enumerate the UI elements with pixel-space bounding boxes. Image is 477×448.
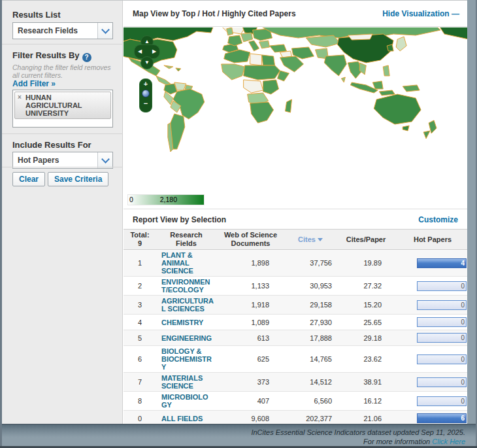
add-filter-link[interactable]: Add Filter » bbox=[12, 79, 56, 88]
map-header: Map View by Top / Hot / Highly Cited Pap… bbox=[123, 1, 467, 27]
include-results-label: Include Results For bbox=[12, 140, 91, 150]
pan-right-icon[interactable]: ▶ bbox=[150, 45, 158, 58]
choropleth-map-svg bbox=[123, 27, 467, 191]
content-panel: Results List Research Fields Filter Resu… bbox=[2, 0, 467, 424]
docs-value: 1,089 bbox=[216, 317, 285, 328]
field-link[interactable]: ENVIRONMENT/ECOLOGY bbox=[161, 278, 214, 294]
cites-value: 14,765 bbox=[285, 354, 336, 364]
legend-max-label: 2,180 bbox=[160, 196, 177, 203]
cites-per-paper-value: 21.06 bbox=[336, 413, 396, 424]
column-header-cites-per-paper[interactable]: Cites/Paper bbox=[336, 234, 396, 245]
sidebar-divider bbox=[2, 133, 123, 134]
map-legend: 0 2,180 bbox=[127, 194, 205, 205]
cites-per-paper-value: 15.20 bbox=[336, 300, 396, 310]
filter-sidebar: Results List Research Fields Filter Resu… bbox=[2, 1, 123, 424]
chevron-down-icon[interactable] bbox=[97, 23, 112, 39]
field-link[interactable]: CHEMISTRY bbox=[161, 319, 214, 326]
hot-papers-bar: 0 bbox=[417, 300, 467, 310]
column-header-cites[interactable]: Cites bbox=[285, 234, 336, 245]
field-link[interactable]: AGRICULTURAL SCIENCES bbox=[161, 297, 214, 313]
pan-down-icon[interactable]: ▼ bbox=[140, 56, 154, 69]
field-link[interactable]: BIOLOGY & BIOCHEMISTRY bbox=[161, 347, 214, 371]
results-list-value: Research Fields bbox=[13, 26, 97, 35]
zoom-out-icon[interactable]: − bbox=[140, 99, 152, 108]
hot-papers-bar: 0 bbox=[417, 396, 467, 406]
more-info-line: For more information Click Here bbox=[2, 437, 465, 446]
table-row: 3 AGRICULTURAL SCIENCES 1,918 29,158 15.… bbox=[123, 296, 467, 315]
table-row: 2 ENVIRONMENT/ECOLOGY 1,133 30,953 27.32… bbox=[123, 277, 467, 296]
world-map[interactable]: ▲ ◀ ▶ ▼ + − bbox=[123, 27, 467, 191]
field-link[interactable]: ENGINEERING bbox=[161, 334, 214, 342]
active-filters-box: × HUNAN AGRICULTURAL UNIVERSITY bbox=[12, 90, 113, 128]
total-header: Total:9 bbox=[123, 230, 156, 249]
zoom-in-icon[interactable]: + bbox=[140, 79, 152, 88]
save-criteria-button[interactable]: Save Criteria bbox=[48, 172, 108, 186]
customize-link[interactable]: Customize bbox=[418, 215, 458, 224]
hide-visualization-link[interactable]: Hide Visualization — bbox=[382, 9, 459, 18]
table-row: 5 ENGINEERING 613 17,888 29.18 0 bbox=[123, 330, 467, 346]
column-header-docs[interactable]: Web of Science Documents bbox=[216, 230, 285, 249]
docs-value: 9,608 bbox=[216, 413, 285, 424]
cites-value: 6,560 bbox=[285, 396, 336, 406]
sort-descending-icon bbox=[318, 238, 323, 241]
cites-value: 29,158 bbox=[285, 300, 336, 310]
cites-value: 37,756 bbox=[285, 258, 336, 268]
row-rank: 4 bbox=[123, 317, 156, 328]
map-pan-control[interactable]: ▲ ◀ ▶ ▼ bbox=[134, 35, 160, 71]
hot-papers-bar: 0 bbox=[417, 354, 467, 364]
results-list-select[interactable]: Research Fields bbox=[12, 22, 113, 39]
field-link[interactable]: MICROBIOLOGY bbox=[161, 393, 214, 409]
cites-per-paper-value: 23.62 bbox=[336, 354, 396, 364]
row-rank: 7 bbox=[123, 377, 156, 387]
field-link[interactable]: MATERIALS SCIENCE bbox=[161, 374, 214, 390]
remove-filter-icon[interactable]: × bbox=[18, 94, 22, 101]
table-row: 8 MICROBIOLOGY 407 6,560 16.12 0 bbox=[123, 392, 467, 411]
table-row: 7 MATERIALS SCIENCE 373 14,512 38.91 0 bbox=[123, 373, 467, 392]
globe-icon[interactable] bbox=[142, 90, 150, 97]
cites-per-paper-value: 38.91 bbox=[336, 377, 396, 387]
cites-value: 14,512 bbox=[285, 377, 336, 387]
legend-min-label: 0 bbox=[129, 196, 133, 203]
column-header-hot-papers[interactable]: Hot Papers bbox=[396, 234, 467, 245]
include-results-value: Hot Papers bbox=[13, 156, 97, 165]
page-footer: InCites Essential Science Indicators dat… bbox=[2, 424, 476, 446]
row-rank: 1 bbox=[123, 258, 156, 268]
docs-value: 613 bbox=[216, 333, 285, 343]
clear-button[interactable]: Clear bbox=[12, 172, 45, 186]
results-table: Total:9 Research Fields Web of Science D… bbox=[123, 229, 467, 426]
docs-value: 1,133 bbox=[216, 281, 285, 291]
row-rank: 3 bbox=[123, 300, 156, 310]
filter-chip[interactable]: × HUNAN AGRICULTURAL UNIVERSITY bbox=[14, 92, 111, 119]
row-rank: 8 bbox=[123, 396, 156, 406]
cites-per-paper-value: 16.12 bbox=[336, 396, 396, 406]
field-link[interactable]: ALL FIELDS bbox=[161, 415, 214, 422]
table-header-row: Total:9 Research Fields Web of Science D… bbox=[123, 229, 467, 250]
hot-papers-bar: 0 bbox=[417, 317, 467, 327]
cites-per-paper-value: 29.18 bbox=[336, 333, 396, 343]
click-here-link[interactable]: Click Here bbox=[432, 438, 465, 445]
hot-papers-bar: 0 bbox=[417, 377, 467, 387]
field-link[interactable]: PLANT & ANIMAL SCIENCE bbox=[161, 251, 214, 275]
cites-value: 30,953 bbox=[285, 281, 336, 291]
chevron-down-icon[interactable] bbox=[97, 152, 112, 168]
sidebar-divider bbox=[2, 44, 123, 44]
sidebar-divider bbox=[2, 167, 123, 167]
docs-value: 1,918 bbox=[216, 300, 285, 310]
column-header-field[interactable]: Research Fields bbox=[156, 230, 216, 249]
docs-value: 373 bbox=[216, 377, 285, 387]
filter-by-label: Filter Results By? bbox=[12, 50, 91, 62]
cites-value: 27,930 bbox=[285, 317, 336, 328]
row-rank: 5 bbox=[123, 333, 156, 343]
row-rank: 0 bbox=[123, 413, 156, 424]
map-view-title: Map View by Top / Hot / Highly Cited Pap… bbox=[133, 9, 296, 18]
help-icon[interactable]: ? bbox=[82, 53, 91, 62]
cites-per-paper-value: 25.65 bbox=[336, 317, 396, 328]
map-zoom-control[interactable]: + − bbox=[139, 78, 152, 112]
report-view-title: Report View by Selection bbox=[133, 215, 226, 224]
cites-per-paper-value: 27.32 bbox=[336, 281, 396, 291]
table-row: 6 BIOLOGY & BIOCHEMISTRY 625 14,765 23.6… bbox=[123, 346, 467, 373]
hot-papers-bar: 0 bbox=[417, 281, 467, 291]
pan-left-icon[interactable]: ◀ bbox=[136, 45, 144, 58]
filter-note: Changing the filter field removes all cu… bbox=[12, 63, 112, 79]
docs-value: 625 bbox=[216, 354, 285, 364]
